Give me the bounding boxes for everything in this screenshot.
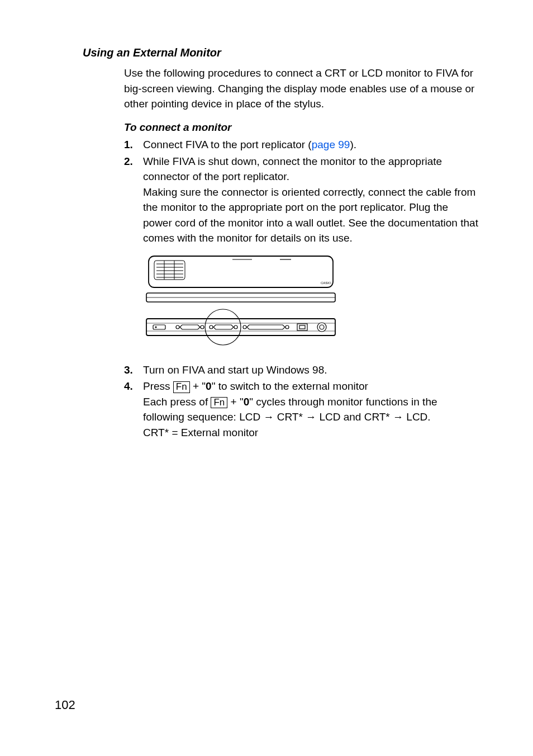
step-4-t4: Each press of bbox=[143, 396, 211, 408]
svg-rect-17 bbox=[153, 325, 165, 329]
svg-point-18 bbox=[155, 327, 156, 328]
step-number: 4. bbox=[124, 379, 143, 440]
step-1-pre: Connect FIVA to the port replicator ( bbox=[143, 139, 312, 150]
svg-point-22 bbox=[234, 325, 237, 329]
step-1: 1. Connect FIVA to the port replicator (… bbox=[124, 137, 480, 153]
step-body: Connect FIVA to the port replicator (pag… bbox=[143, 137, 480, 153]
step-1-post: ). bbox=[350, 139, 356, 150]
step-4-t5: + " bbox=[227, 396, 243, 408]
step-2: 2. While FIVA is shut down, connect the … bbox=[124, 154, 480, 246]
page-number: 102 bbox=[55, 696, 75, 714]
step-4: 4. Press Fn + "0" to switch to the exter… bbox=[124, 379, 480, 440]
svg-text:CASIO: CASIO bbox=[321, 281, 331, 285]
svg-rect-1 bbox=[154, 261, 185, 280]
zero-key: 0 bbox=[206, 380, 212, 392]
step-body: Press Fn + "0" to switch to the external… bbox=[143, 379, 480, 440]
step-4-t1: Press bbox=[143, 380, 173, 392]
step-number: 2. bbox=[124, 154, 143, 246]
svg-point-28 bbox=[320, 325, 324, 329]
intro-paragraph: Use the following procedures to connect … bbox=[124, 65, 480, 112]
sub-heading: To connect a monitor bbox=[124, 120, 480, 135]
zero-key: 0 bbox=[244, 396, 250, 408]
fn-keycap: Fn bbox=[173, 381, 190, 393]
step-2-line2: Making sure the connector is oriented co… bbox=[143, 185, 480, 246]
svg-point-24 bbox=[285, 325, 289, 329]
step-number: 1. bbox=[124, 137, 143, 153]
step-body: Turn on FIVA and start up Windows 98. bbox=[143, 362, 480, 378]
step-3: 3. Turn on FIVA and start up Windows 98. bbox=[124, 362, 480, 378]
svg-point-23 bbox=[243, 325, 246, 329]
section-heading: Using an External Monitor bbox=[83, 45, 480, 61]
svg-point-19 bbox=[176, 325, 179, 329]
fn-keycap: Fn bbox=[211, 397, 227, 409]
page-reference-link[interactable]: page 99 bbox=[312, 139, 350, 150]
step-4-t7: CRT* = External monitor bbox=[143, 425, 480, 441]
step-4-t2: + " bbox=[190, 380, 206, 392]
step-4-t3: " to switch to the external monitor bbox=[212, 380, 368, 392]
svg-rect-26 bbox=[299, 325, 305, 329]
step-2-line1: While FIVA is shut down, connect the mon… bbox=[143, 154, 480, 185]
port-replicator-illustration: CASIO bbox=[143, 253, 480, 352]
step-body: While FIVA is shut down, connect the mon… bbox=[143, 154, 480, 246]
svg-point-21 bbox=[210, 325, 213, 329]
svg-point-20 bbox=[201, 325, 204, 329]
step-number: 3. bbox=[124, 362, 143, 378]
